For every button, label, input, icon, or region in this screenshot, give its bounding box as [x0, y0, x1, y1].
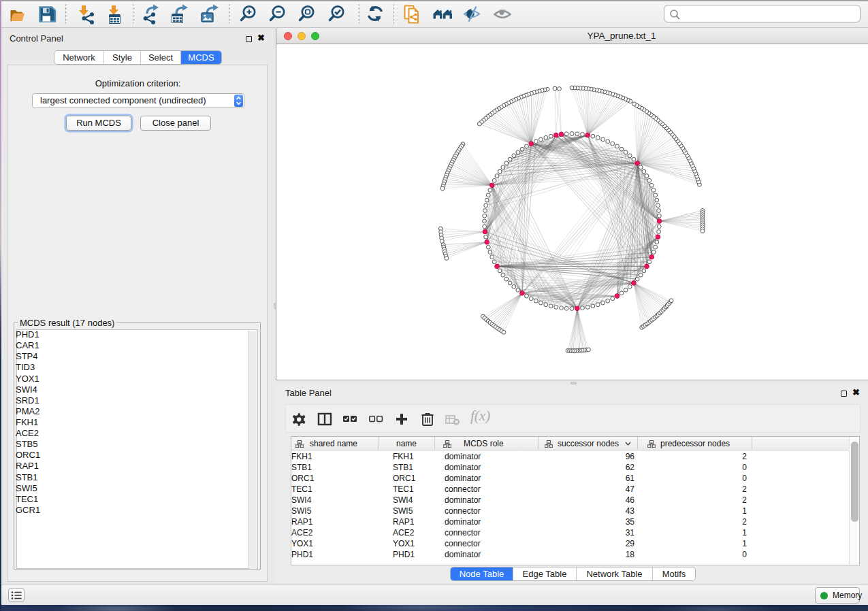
svg-text:f(x): f(x)	[470, 410, 490, 424]
